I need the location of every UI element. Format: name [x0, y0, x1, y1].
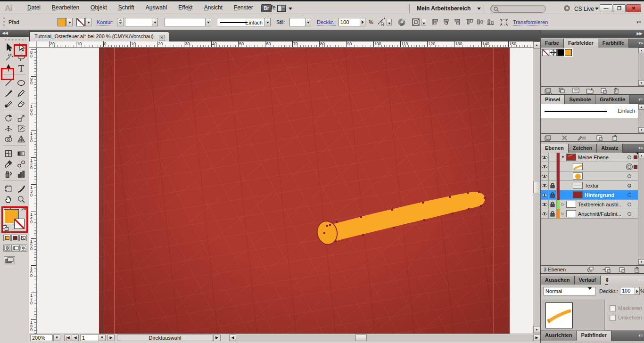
align-right-icon[interactable] [453, 18, 461, 25]
collapse-panels-button[interactable]: ▶▶ [541, 30, 644, 38]
free-transform-panel-icon[interactable] [500, 18, 508, 26]
align-left-icon[interactable] [432, 18, 440, 25]
select-similar-caret[interactable] [387, 19, 392, 25]
scroll-right-icon[interactable]: ▶ [533, 335, 540, 341]
status-tool-indicator[interactable]: Direktauswahl [117, 335, 213, 341]
layer-name[interactable]: Textur [585, 183, 626, 188]
slice-tool-icon[interactable] [15, 184, 27, 194]
blend-mode-caret[interactable] [588, 287, 592, 290]
menu-objekt[interactable]: Objekt [85, 2, 113, 13]
swatch-options-icon[interactable] [572, 88, 579, 93]
layer-name[interactable]: Meine Ebene [578, 155, 626, 160]
stroke-weight-stepper[interactable] [117, 18, 124, 26]
lock-toggle-empty[interactable] [549, 162, 557, 172]
blend-tool-icon[interactable] [15, 159, 27, 169]
controlbar-menu-icon[interactable]: ▾≡ [636, 20, 641, 24]
bridge-button[interactable]: Br [261, 4, 272, 12]
target-circle-icon[interactable] [626, 165, 633, 169]
rotate-tool-icon[interactable] [2, 113, 15, 123]
first-page-button[interactable]: |◀ [64, 335, 71, 341]
gradient-tool-icon[interactable] [15, 148, 27, 159]
tab-transparenz[interactable]: ⇕ Transparenz [601, 276, 644, 285]
stroke-weight-link[interactable]: Kontur: [97, 19, 113, 25]
tab-ebenen[interactable]: Ebenen [541, 144, 569, 153]
style-select[interactable] [289, 18, 305, 26]
restore-button[interactable]: ❐ [613, 4, 626, 12]
lock-toggle-empty[interactable] [549, 153, 557, 162]
layer-row-textur[interactable]: Textur [541, 181, 638, 190]
tab-pinsel[interactable]: Pinsel [541, 95, 565, 104]
cs-live-button[interactable]: CS Live [574, 6, 594, 12]
layer-name[interactable]: Anschnitt/Falzlini... [578, 211, 626, 217]
tools-grip[interactable] [4, 39, 25, 41]
panel-menu-icon[interactable]: ▾≡ [638, 146, 643, 150]
vertical-scrollbar[interactable]: ▲ ▼ [533, 41, 540, 334]
brush-item[interactable]: Einfach [541, 104, 638, 118]
align-to-caret[interactable] [421, 19, 426, 25]
paintbrush-tool-icon[interactable] [2, 88, 15, 98]
menu-ansicht[interactable]: Ansicht [198, 2, 228, 13]
draw-inside-button[interactable] [19, 245, 27, 252]
scroll-left-icon[interactable]: ◀ [229, 335, 236, 341]
target-circle-icon[interactable] [626, 193, 633, 197]
menu-auswahl[interactable]: Auswahl [140, 2, 173, 13]
swatch-orange[interactable] [565, 49, 572, 56]
horizontal-scroll-thumb[interactable] [355, 335, 367, 341]
panel-menu-icon[interactable]: ▾≡ [638, 278, 643, 282]
target-circle-icon[interactable] [626, 203, 633, 206]
align-center-icon[interactable] [442, 18, 450, 25]
layer-row-hintergrund[interactable]: Hintergrund [541, 190, 638, 200]
visibility-eye-icon[interactable] [541, 209, 549, 219]
visibility-eye-icon[interactable] [541, 153, 549, 162]
none-mode-button[interactable] [19, 235, 27, 241]
scale-tool-icon[interactable] [15, 113, 27, 123]
prev-page-button[interactable]: ◀ [72, 335, 79, 341]
shape-builder-tool-icon[interactable] [2, 134, 15, 144]
tab-verlauf[interactable]: Verlauf [575, 276, 601, 285]
layer-row--pfad-[interactable] [541, 172, 638, 181]
tab-absatz[interactable]: Absatz [597, 144, 623, 153]
delete-swatch-icon[interactable] [613, 88, 619, 94]
blob-brush-tool-icon[interactable] [2, 98, 15, 109]
layer-thumbnail[interactable] [566, 201, 576, 208]
align-bottom-icon[interactable] [487, 18, 495, 25]
vertical-ruler[interactable]: 8090100110120130140150160170180 [29, 48, 37, 334]
visibility-eye-icon[interactable] [541, 162, 549, 172]
mask-checkbox[interactable]: Maskieren [610, 305, 642, 311]
recolor-artwork-icon[interactable] [397, 17, 406, 27]
pen-tool-icon[interactable] [2, 63, 15, 74]
panel-menu-icon[interactable]: ▾≡ [638, 41, 643, 45]
align-vcenter-icon[interactable] [476, 18, 484, 25]
brush-options-icon[interactable] [577, 135, 586, 141]
layer-row--pfad-[interactable] [541, 162, 638, 172]
panel-grip[interactable] [3, 17, 5, 27]
new-sublayer-icon[interactable] [602, 267, 611, 273]
lasso-tool-icon[interactable] [15, 53, 27, 63]
tab-symbole[interactable]: Symbole [565, 95, 595, 104]
stroke-weight-caret[interactable] [152, 18, 158, 26]
lock-icon[interactable] [549, 209, 557, 219]
menu-datei[interactable]: Datei [22, 2, 46, 13]
free-transform-tool-icon[interactable] [15, 123, 27, 134]
width-profile-caret[interactable] [205, 18, 211, 26]
close-button[interactable]: ✕ [626, 4, 641, 12]
scroll-down-icon[interactable]: ▼ [638, 127, 644, 133]
target-circle-icon[interactable] [626, 184, 633, 188]
collapse-tools-button[interactable]: ◀◀ [0, 30, 29, 37]
horizontal-scrollbar[interactable]: ◀ ▶ [229, 335, 540, 342]
object-thumbnail[interactable] [545, 302, 573, 328]
arrange-documents-caret[interactable] [289, 8, 292, 10]
menu-effekt[interactable]: Effekt [173, 2, 198, 13]
layer-thumbnail[interactable] [573, 191, 583, 198]
workspace-switcher[interactable]: Mein Arbeitsbereich [417, 5, 471, 12]
mesh-tool-icon[interactable] [2, 148, 15, 159]
hand-tool-icon[interactable] [2, 194, 15, 204]
cs-live-caret[interactable] [595, 8, 599, 10]
stroke-color-caret[interactable] [85, 18, 91, 26]
new-color-group-icon[interactable] [586, 88, 594, 94]
type-tool-icon[interactable] [15, 63, 27, 74]
expand-triangle-icon[interactable]: ▷ [560, 212, 566, 216]
menu-bearbeiten[interactable]: Bearbeiten [46, 2, 85, 13]
tab-aussehen[interactable]: Aussehen [541, 276, 575, 285]
remove-brush-stroke-icon[interactable] [561, 135, 568, 141]
